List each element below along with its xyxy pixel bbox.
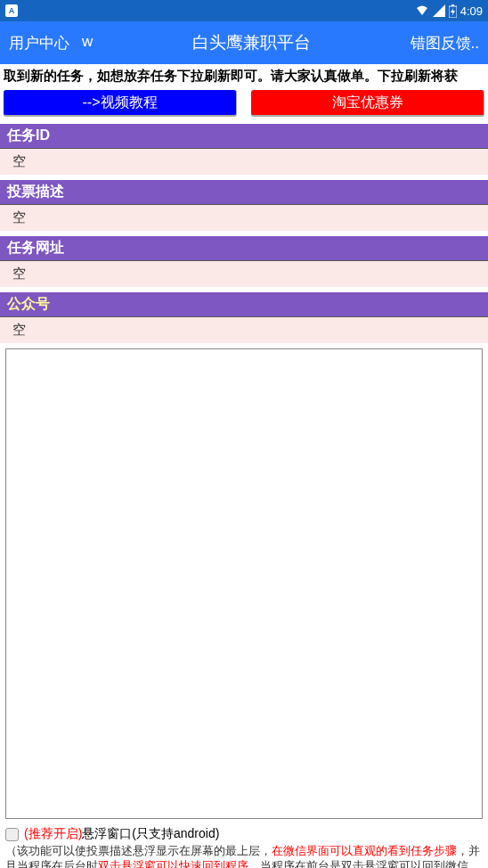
button-row: -->视频教程 淘宝优惠券 <box>0 88 488 119</box>
app-bar: 用户中心 w 白头鹰兼职平台 错图反馈.. <box>0 21 488 64</box>
video-tutorial-button[interactable]: -->视频教程 <box>4 90 237 117</box>
float-window-option[interactable]: (推荐开启)悬浮窗口(只支持android) <box>0 824 488 844</box>
wifi-icon <box>415 4 429 17</box>
app-title: 白头鹰兼职平台 <box>192 31 311 54</box>
feedback-link[interactable]: 错图反馈.. <box>411 33 479 53</box>
w-link[interactable]: w <box>82 33 93 53</box>
vote-desc-header: 投票描述 <box>0 180 488 205</box>
taobao-coupon-button[interactable]: 淘宝优惠券 <box>251 90 484 117</box>
float-window-checkbox[interactable] <box>5 828 19 841</box>
svg-rect-1 <box>451 4 454 6</box>
user-center-link[interactable]: 用户中心 <box>9 33 69 53</box>
float-window-label: 悬浮窗口(只支持android) <box>82 826 219 840</box>
recommend-label: (推荐开启) <box>24 826 82 840</box>
task-id-header: 任务ID <box>0 124 488 149</box>
task-id-value: 空 <box>0 149 488 175</box>
app-indicator-icon: A <box>5 4 18 17</box>
notice-text: 取到新的任务，如想放弃任务下拉刷新即可。请大家认真做单。下拉刷新将获 <box>0 64 488 88</box>
status-bar: A 4:09 <box>0 0 488 21</box>
vote-desc-value: 空 <box>0 205 488 231</box>
task-url-header: 任务网址 <box>0 236 488 261</box>
status-right: 4:09 <box>415 4 483 18</box>
float-window-desc: （该功能可以使投票描述悬浮显示在屏幕的最上层，在微信界面可以直观的看到任务步骤，… <box>0 844 488 868</box>
task-url-value: 空 <box>0 261 488 287</box>
battery-icon <box>449 4 457 18</box>
gzh-header: 公众号 <box>0 292 488 317</box>
signal-icon <box>433 4 445 17</box>
gzh-value: 空 <box>0 317 488 343</box>
status-time: 4:09 <box>460 4 483 18</box>
content-box <box>5 348 483 819</box>
status-left: A <box>5 4 18 17</box>
